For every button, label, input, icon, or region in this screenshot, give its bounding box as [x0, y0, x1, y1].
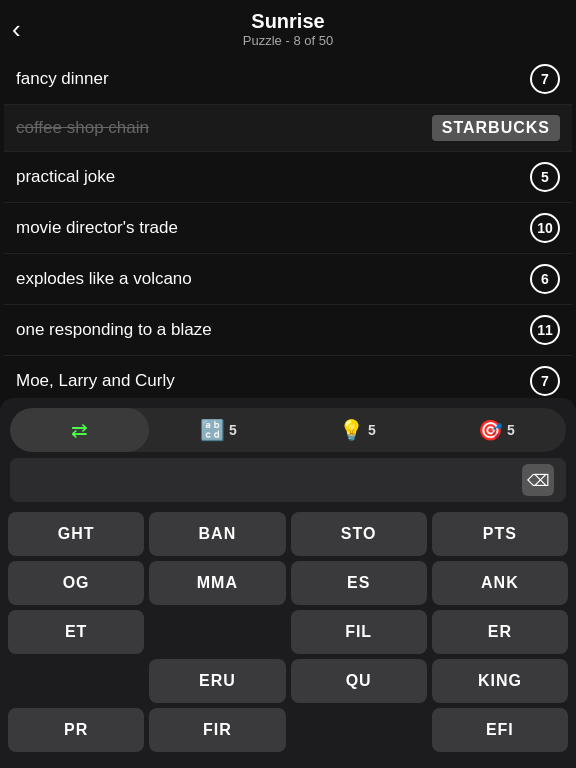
hint-icon: 💡 [339, 418, 364, 442]
letter-tile[interactable]: QU [291, 659, 427, 703]
bottom-panel: ⇄ 🔡 5 💡 5 🎯 5 ⌫ GHTBANSTOPTSOGMMAESANKET… [0, 398, 576, 768]
clue-row[interactable]: movie director's trade10 [4, 203, 572, 254]
letter-tile[interactable]: OG [8, 561, 144, 605]
header: ‹ Sunrise Puzzle - 8 of 50 [0, 0, 576, 54]
toolbar: ⇄ 🔡 5 💡 5 🎯 5 [10, 408, 566, 452]
clue-text: movie director's trade [16, 218, 530, 238]
letters-icon: 🔡 [200, 418, 225, 442]
letter-tile[interactable]: FIR [149, 708, 285, 752]
target-icon: 🎯 [478, 418, 503, 442]
letters-count: 5 [229, 422, 237, 438]
delete-icon: ⌫ [527, 471, 550, 490]
shuffle-button[interactable]: ⇄ [10, 408, 149, 452]
clue-num: 10 [530, 213, 560, 243]
empty-tile [8, 659, 144, 703]
puzzle-subtitle: Puzzle - 8 of 50 [243, 33, 333, 48]
letter-tile[interactable]: MMA [149, 561, 285, 605]
letter-tile[interactable]: ER [432, 610, 568, 654]
letter-tile[interactable]: ES [291, 561, 427, 605]
letter-grid: GHTBANSTOPTSOGMMAESANKETFILERERUQUKINGPR… [0, 508, 576, 768]
clue-num: 11 [530, 315, 560, 345]
target-count: 5 [507, 422, 515, 438]
letter-tile[interactable]: PTS [432, 512, 568, 556]
clue-num: 7 [530, 64, 560, 94]
letters-button[interactable]: 🔡 5 [149, 408, 288, 452]
target-button[interactable]: 🎯 5 [427, 408, 566, 452]
clue-row[interactable]: explodes like a volcano6 [4, 254, 572, 305]
letter-tile[interactable]: ET [8, 610, 144, 654]
clue-text: fancy dinner [16, 69, 530, 89]
letter-tile[interactable]: ANK [432, 561, 568, 605]
delete-button[interactable]: ⌫ [522, 464, 554, 496]
clue-row[interactable]: practical joke5 [4, 152, 572, 203]
clue-text: explodes like a volcano [16, 269, 530, 289]
clue-row[interactable]: coffee shop chainSTARBUCKS [4, 105, 572, 152]
clue-text: coffee shop chain [16, 118, 432, 138]
clue-row[interactable]: fancy dinner7 [4, 54, 572, 105]
puzzle-title: Sunrise [243, 10, 333, 33]
hint-count: 5 [368, 422, 376, 438]
empty-tile [291, 708, 427, 752]
clue-num: 5 [530, 162, 560, 192]
empty-tile [149, 610, 285, 654]
clue-num: 7 [530, 366, 560, 396]
letter-tile[interactable]: EFI [432, 708, 568, 752]
letter-tile[interactable]: STO [291, 512, 427, 556]
clue-answer: STARBUCKS [432, 115, 560, 141]
letter-tile[interactable]: GHT [8, 512, 144, 556]
letter-tile[interactable]: BAN [149, 512, 285, 556]
letter-tile[interactable]: KING [432, 659, 568, 703]
clue-row[interactable]: one responding to a blaze11 [4, 305, 572, 356]
letter-tile[interactable]: ERU [149, 659, 285, 703]
clue-list: fancy dinner7coffee shop chainSTARBUCKSp… [0, 54, 576, 407]
answer-area: ⌫ [10, 458, 566, 502]
letter-tile[interactable]: FIL [291, 610, 427, 654]
header-center: Sunrise Puzzle - 8 of 50 [243, 10, 333, 48]
back-button[interactable]: ‹ [12, 14, 21, 45]
clue-text: one responding to a blaze [16, 320, 530, 340]
clue-text: practical joke [16, 167, 530, 187]
shuffle-icon: ⇄ [71, 418, 88, 442]
hint-button[interactable]: 💡 5 [288, 408, 427, 452]
letter-tile[interactable]: PR [8, 708, 144, 752]
clue-num: 6 [530, 264, 560, 294]
clue-text: Moe, Larry and Curly [16, 371, 530, 391]
